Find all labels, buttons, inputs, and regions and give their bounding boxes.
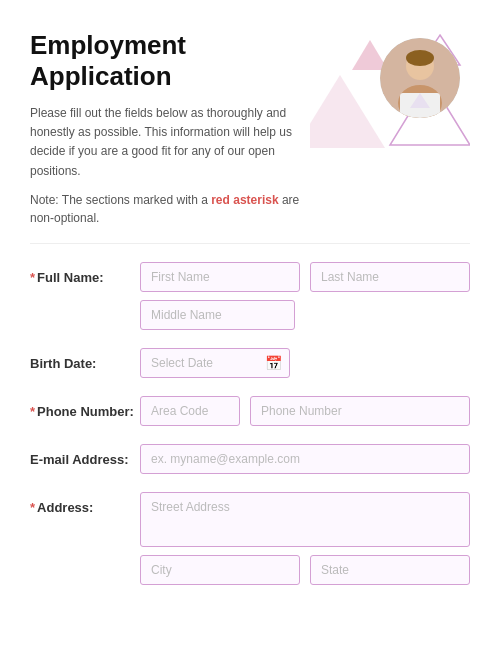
- birth-date-fields: 📅: [140, 348, 470, 378]
- required-star: *: [30, 270, 35, 285]
- note-text: Note: The sections marked with a red ast…: [30, 191, 310, 227]
- page-title: Employment Application: [30, 30, 310, 92]
- note-highlight: red asterisk: [211, 193, 278, 207]
- email-section: E-mail Address:: [30, 444, 470, 474]
- date-input[interactable]: [140, 348, 290, 378]
- phone-fields: [140, 396, 470, 426]
- middle-name-input[interactable]: [140, 300, 295, 330]
- birth-date-label: Birth Date:: [30, 348, 140, 371]
- address-fields: [140, 492, 470, 585]
- required-star-address: *: [30, 500, 35, 515]
- date-input-wrapper: 📅: [140, 348, 290, 378]
- email-label: E-mail Address:: [30, 444, 140, 467]
- applicant-photo: [380, 38, 460, 118]
- phone-label: *Phone Number:: [30, 396, 140, 419]
- name-middle-row: [140, 300, 470, 330]
- section-divider: [30, 243, 470, 244]
- full-name-section: *Full Name:: [30, 262, 470, 330]
- city-input[interactable]: [140, 555, 300, 585]
- address-label: *Address:: [30, 492, 140, 515]
- required-star-phone: *: [30, 404, 35, 419]
- state-input[interactable]: [310, 555, 470, 585]
- description-text: Please fill out the fields below as thor…: [30, 104, 300, 181]
- phone-section: *Phone Number:: [30, 396, 470, 426]
- page-container: Employment Application Please fill out t…: [0, 0, 500, 647]
- street-address-input[interactable]: [140, 492, 470, 547]
- email-fields: [140, 444, 470, 474]
- birth-date-section: Birth Date: 📅: [30, 348, 470, 378]
- phone-row: [140, 396, 470, 426]
- svg-point-7: [406, 50, 434, 66]
- header-area: Employment Application Please fill out t…: [30, 30, 470, 227]
- svg-marker-3: [310, 75, 385, 148]
- address-section: *Address:: [30, 492, 470, 585]
- title-section: Employment Application Please fill out t…: [30, 30, 310, 227]
- area-code-input[interactable]: [140, 396, 240, 426]
- decorative-area: [310, 30, 470, 150]
- last-name-input[interactable]: [310, 262, 470, 292]
- full-name-fields: [140, 262, 470, 330]
- first-name-input[interactable]: [140, 262, 300, 292]
- city-state-row: [140, 555, 470, 585]
- phone-number-input[interactable]: [250, 396, 470, 426]
- note-prefix: Note: The sections marked with a: [30, 193, 211, 207]
- full-name-label: *Full Name:: [30, 262, 140, 285]
- name-first-last-row: [140, 262, 470, 292]
- email-input[interactable]: [140, 444, 470, 474]
